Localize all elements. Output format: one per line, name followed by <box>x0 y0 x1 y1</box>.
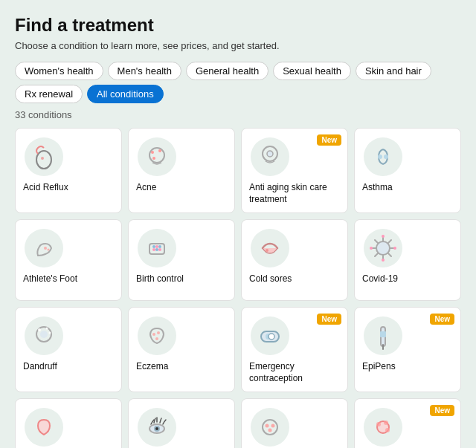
svg-point-26 <box>266 249 268 252</box>
new-badge: New <box>317 134 341 146</box>
svg-point-19 <box>152 245 155 248</box>
svg-point-44 <box>38 328 41 331</box>
filter-tab-men's-health[interactable]: Men's health <box>108 62 181 80</box>
acne-icon <box>136 136 178 178</box>
condition-card-acne[interactable]: Acne <box>128 128 235 213</box>
filter-tab-skin-and-hair[interactable]: Skin and hair <box>356 62 431 80</box>
covid-19-icon <box>362 227 404 269</box>
svg-point-40 <box>393 247 396 250</box>
svg-point-21 <box>158 245 161 248</box>
svg-point-72 <box>384 421 388 425</box>
filter-tab-women's-health[interactable]: Women's health <box>15 62 103 80</box>
svg-point-37 <box>382 235 385 238</box>
svg-point-2 <box>41 157 44 160</box>
svg-point-38 <box>382 259 385 262</box>
svg-point-46 <box>49 332 51 334</box>
svg-point-73 <box>385 428 390 432</box>
condition-card-birth-control[interactable]: Birth control <box>128 219 235 301</box>
svg-point-39 <box>370 247 373 250</box>
condition-card-erectile-dysfunction[interactable]: Erectile Dysfunction <box>15 398 122 448</box>
svg-point-11 <box>364 137 402 176</box>
svg-point-7 <box>152 157 155 160</box>
svg-point-12 <box>378 155 382 159</box>
page-title: Find a treatment <box>15 15 461 36</box>
new-badge: New <box>317 314 341 325</box>
acid-reflux-icon <box>23 136 65 178</box>
emergency-contraception-label: Emergency contraception <box>249 361 340 384</box>
epipens-label: EpiPens <box>362 361 396 373</box>
epipens-icon <box>362 315 404 357</box>
dandruff-label: Dandruff <box>23 361 57 373</box>
svg-point-22 <box>152 248 155 251</box>
svg-point-66 <box>266 424 269 428</box>
acne-label: Acne <box>136 182 156 194</box>
svg-point-15 <box>44 247 47 250</box>
svg-point-24 <box>158 248 161 251</box>
svg-point-68 <box>268 429 272 432</box>
svg-point-43 <box>40 331 48 338</box>
filter-tabs: Women's healthMen's healthGeneral health… <box>15 62 461 103</box>
filter-tab-all-conditions[interactable]: All conditions <box>87 85 164 103</box>
condition-card-anti-aging[interactable]: New Anti aging skin care treatment <box>241 128 348 213</box>
condition-card-asthma[interactable]: Asthma <box>354 128 461 213</box>
condition-card-epipens[interactable]: New EpiPens <box>354 307 461 392</box>
genital-herpes-icon <box>249 406 291 448</box>
conditions-grid: Acid Reflux AcneNew Anti aging skin care… <box>15 128 461 448</box>
birth-control-label: Birth control <box>136 273 184 285</box>
svg-point-23 <box>155 248 158 251</box>
eczema-icon <box>136 315 178 357</box>
condition-card-cold-sores[interactable]: Cold sores <box>241 219 348 301</box>
condition-card-genital-warts[interactable]: New Genital warts treatment <box>354 398 461 448</box>
covid-19-label: Covid-19 <box>362 273 398 285</box>
svg-rect-58 <box>380 331 386 337</box>
svg-point-50 <box>155 337 158 340</box>
svg-point-5 <box>151 151 154 154</box>
condition-card-emergency-contraception[interactable]: New Emergency contraception <box>241 307 348 392</box>
genital-warts-icon <box>362 406 404 448</box>
svg-point-48 <box>152 333 155 336</box>
condition-card-athletes-foot[interactable]: Athlete's Foot <box>15 219 122 301</box>
new-badge: New <box>430 314 454 325</box>
svg-point-47 <box>138 316 176 355</box>
svg-point-3 <box>138 137 176 176</box>
cold-sores-icon <box>249 227 291 269</box>
athletes-foot-label: Athlete's Foot <box>23 273 77 285</box>
athletes-foot-icon <box>23 227 65 269</box>
emergency-contraception-icon <box>249 315 291 357</box>
svg-point-49 <box>157 331 160 334</box>
birth-control-icon <box>136 227 178 269</box>
svg-point-64 <box>251 408 289 447</box>
page-subtitle: Choose a condition to learn more, see pr… <box>15 40 461 51</box>
asthma-icon <box>362 136 404 178</box>
condition-card-covid-19[interactable]: Covid-19 <box>354 219 461 301</box>
eyelash-growth-icon <box>136 406 178 448</box>
condition-card-eyelash-growth[interactable]: Eyelash growth <box>128 398 235 448</box>
filter-tab-general-health[interactable]: General health <box>186 62 268 80</box>
condition-card-genital-herpes[interactable]: Genital herpes <box>241 398 348 448</box>
anti-aging-icon <box>249 136 291 178</box>
new-badge: New <box>430 405 454 416</box>
svg-point-67 <box>271 424 275 428</box>
condition-card-acid-reflux[interactable]: Acid Reflux <box>15 128 122 213</box>
condition-card-dandruff[interactable]: Dandruff <box>15 307 122 392</box>
svg-point-6 <box>158 149 161 152</box>
svg-point-10 <box>267 151 273 157</box>
eczema-label: Eczema <box>136 361 168 373</box>
svg-point-0 <box>25 137 63 176</box>
svg-point-71 <box>376 422 381 426</box>
svg-point-13 <box>384 155 388 159</box>
filter-tab-sexual-health[interactable]: Sexual health <box>273 62 351 80</box>
dandruff-icon <box>23 315 65 357</box>
erectile-dysfunction-icon <box>23 406 65 448</box>
svg-point-54 <box>268 334 274 340</box>
acid-reflux-label: Acid Reflux <box>23 182 68 194</box>
condition-card-eczema[interactable]: Eczema <box>128 307 235 392</box>
svg-point-63 <box>155 427 158 430</box>
cold-sores-label: Cold sores <box>249 273 292 285</box>
filter-tab-rx-renewal[interactable]: Rx renewal <box>15 85 83 103</box>
svg-point-16 <box>48 249 50 251</box>
anti-aging-label: Anti aging skin care treatment <box>249 182 340 205</box>
asthma-label: Asthma <box>362 182 393 194</box>
svg-point-45 <box>46 328 48 330</box>
condition-count: 33 conditions <box>15 109 461 120</box>
